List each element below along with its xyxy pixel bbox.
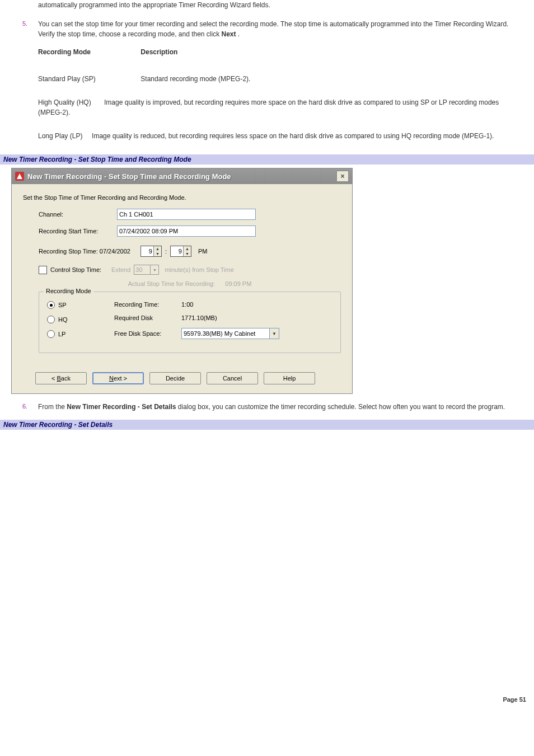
step-5: You can set the stop time for your timer… [38, 19, 512, 141]
th-desc: Description [140, 48, 177, 56]
group-title: Recording Mode [44, 288, 93, 294]
section-bar-stop-time: New Timer Recording - Set Stop Time and … [0, 154, 534, 165]
dialog-caption: Set the Stop Time of Timer Recording and… [23, 194, 341, 201]
step6-text-b: dialog box, you can customize the timer … [176, 403, 505, 411]
radio-sp-label: SP [58, 302, 67, 308]
extend-label: Extend [111, 266, 130, 273]
spinner-up-icon[interactable]: ▲ [153, 246, 161, 251]
section-bar-set-details: New Timer Recording - Set Details [0, 420, 534, 430]
td-hq: High Quality (HQ) [38, 98, 91, 106]
recording-mode-group: Recording Mode SP HQ [39, 292, 341, 353]
ampm-label: PM [198, 248, 208, 255]
extend-dropdown: ▼ [134, 265, 159, 275]
stop-min-spinner[interactable]: ▲ ▼ [170, 246, 191, 257]
step6-text-a: From the [38, 403, 67, 411]
back-button[interactable]: < Back [35, 372, 87, 384]
start-time-input[interactable] [117, 226, 256, 237]
free-disk-dropdown[interactable]: ▼ [181, 328, 279, 339]
time-colon: : [165, 248, 167, 255]
chevron-down-icon: ▼ [150, 265, 158, 274]
stop-time-label: Recording Stop Time: 07/24/2002 [39, 248, 130, 255]
spinner-down-icon[interactable]: ▼ [153, 251, 161, 256]
extend-value [134, 265, 150, 274]
dialog-set-stop-time: New Timer Recording - Set Stop Time and … [11, 168, 353, 394]
chevron-down-icon[interactable]: ▼ [269, 328, 279, 339]
td-sp-desc: Standard recording mode (MPEG-2). [140, 75, 250, 83]
extend-tail: minute(s) from Stop Time [165, 266, 233, 273]
decide-button[interactable]: Decide [149, 372, 201, 384]
step5-text-a: You can set the stop time for your timer… [38, 20, 508, 38]
radio-lp-label: LP [58, 331, 65, 337]
page-number: Page 51 [0, 693, 534, 706]
radio-lp[interactable] [47, 330, 55, 338]
td-lp-desc: Image quality is reduced, but recording … [92, 132, 494, 140]
td-lp: Long Play (LP) [38, 132, 82, 140]
recording-time-value: 1:00 [181, 301, 193, 308]
spinner-up-icon[interactable]: ▲ [183, 246, 191, 251]
recording-mode-table: Recording Mode Description Standard Play… [38, 47, 512, 141]
stop-hour-input[interactable] [141, 246, 153, 256]
actual-stop-label: Actual Stop Time for Recording: [128, 280, 215, 287]
start-time-label: Recording Start Time: [39, 228, 117, 234]
td-sp: Standard Play (SP) [38, 74, 139, 84]
app-icon [15, 172, 24, 181]
required-disk-value: 1771.10(MB) [181, 314, 217, 321]
free-disk-label: Free Disk Space: [114, 330, 181, 337]
step-6: From the New Timer Recording - Set Detai… [38, 402, 512, 412]
required-disk-label: Required Disk [114, 314, 181, 321]
step5-bold: Next [222, 30, 236, 38]
close-icon[interactable]: × [336, 171, 349, 182]
actual-stop-value: 09:09 PM [225, 280, 251, 287]
td-hq-desc: Image quality is improved, but recording… [38, 98, 499, 116]
stop-hour-spinner[interactable]: ▲ ▼ [140, 246, 162, 257]
recording-time-label: Recording Time: [114, 301, 181, 308]
stop-min-input[interactable] [171, 246, 183, 256]
help-button[interactable]: Help [264, 372, 315, 384]
radio-sp[interactable] [47, 301, 55, 309]
radio-hq[interactable] [47, 316, 55, 323]
channel-label: Channel: [39, 211, 117, 218]
cancel-button[interactable]: Cancel [207, 372, 258, 384]
next-button[interactable]: Next > [92, 372, 144, 384]
control-stop-time-checkbox[interactable] [39, 266, 47, 274]
spinner-down-icon[interactable]: ▼ [183, 251, 191, 256]
th-mode: Recording Mode [38, 47, 139, 57]
control-stop-time-label: Control Stop Time: [50, 266, 101, 273]
free-disk-value[interactable] [182, 328, 269, 339]
channel-input[interactable] [117, 209, 256, 220]
step6-bold: New Timer Recording - Set Details [67, 403, 176, 411]
titlebar: New Timer Recording - Set Stop Time and … [12, 168, 352, 184]
intro-tail: automatically programmed into the approp… [38, 0, 512, 10]
dialog-title: New Timer Recording - Set Stop Time and … [27, 172, 231, 181]
step5-text-b: . [236, 30, 240, 38]
radio-hq-label: HQ [58, 316, 68, 323]
